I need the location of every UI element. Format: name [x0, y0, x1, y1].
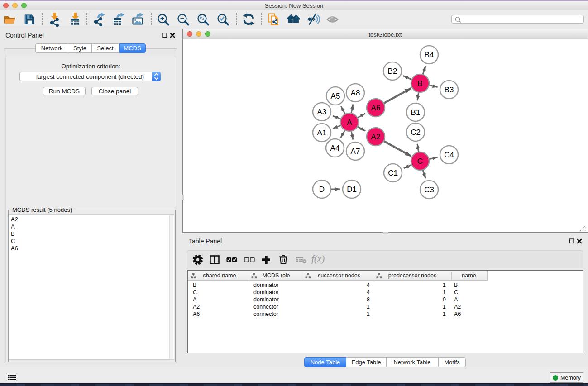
svg-text:C: C: [417, 157, 423, 166]
svg-text:A4: A4: [330, 144, 340, 152]
svg-text:A1: A1: [317, 129, 327, 137]
svg-text:A2: A2: [371, 133, 381, 141]
svg-text:B1: B1: [411, 108, 421, 117]
svg-text:C3: C3: [424, 186, 434, 194]
svg-text:C2: C2: [411, 128, 421, 137]
svg-text:A7: A7: [351, 147, 360, 156]
svg-text:C1: C1: [388, 169, 398, 177]
svg-text:B4: B4: [425, 51, 434, 59]
svg-text:C4: C4: [444, 151, 454, 159]
svg-text:B2: B2: [388, 67, 397, 76]
svg-text:D: D: [319, 185, 325, 194]
svg-text:A8: A8: [351, 89, 360, 97]
svg-text:D1: D1: [347, 185, 357, 194]
svg-text:B: B: [417, 79, 422, 88]
svg-text:A6: A6: [371, 104, 381, 112]
svg-text:A5: A5: [331, 92, 340, 100]
svg-text:A: A: [347, 118, 352, 127]
svg-text:A3: A3: [317, 108, 327, 116]
svg-text:B3: B3: [445, 86, 454, 94]
